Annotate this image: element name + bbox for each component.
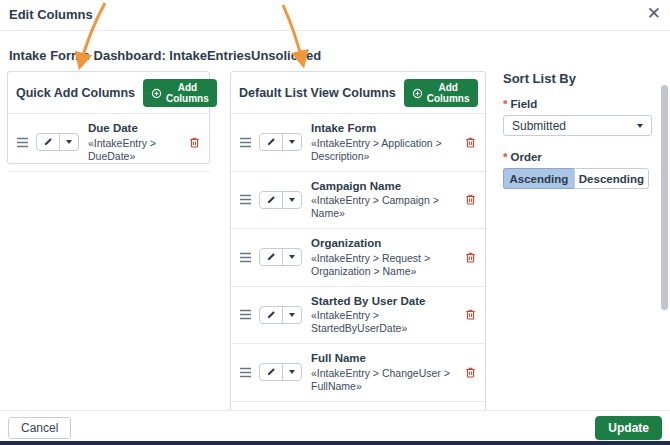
- delete-column-icon[interactable]: [464, 366, 477, 379]
- column-row: Organization «IntakeEntry > Request > Or…: [231, 229, 485, 287]
- edit-dropdown-caret-icon[interactable]: [282, 249, 301, 265]
- column-path: «IntakeEntry > Campaign > Name»: [311, 194, 460, 220]
- column-label: Due Date: [88, 122, 184, 136]
- column-label: Organization: [311, 237, 460, 251]
- drag-handle-icon[interactable]: [16, 137, 29, 148]
- delete-column-icon[interactable]: [188, 136, 201, 149]
- column-row: Due Date «IntakeEntry > DueDate»: [8, 114, 209, 172]
- edit-pencil-icon[interactable]: [260, 307, 282, 323]
- column-info: Organization «IntakeEntry > Request > Or…: [302, 237, 464, 278]
- delete-column-icon[interactable]: [464, 193, 477, 206]
- edit-button-group[interactable]: [36, 133, 79, 151]
- order-descending-button[interactable]: Descending: [574, 168, 649, 189]
- drag-handle-icon[interactable]: [239, 194, 252, 205]
- edit-dropdown-caret-icon[interactable]: [282, 364, 301, 380]
- page-edge-strip: [0, 441, 670, 445]
- column-label: Campaign Name: [311, 180, 460, 194]
- column-info: Campaign Name «IntakeEntry > Campaign > …: [302, 180, 464, 221]
- sort-field-select[interactable]: Submitted: [503, 115, 652, 136]
- quick-add-columns-button[interactable]: Add Columns: [143, 79, 217, 107]
- plus-circle-icon: [412, 88, 423, 99]
- edit-dropdown-caret-icon[interactable]: [282, 134, 301, 150]
- drag-handle-icon[interactable]: [239, 137, 252, 148]
- required-marker: *: [503, 98, 507, 110]
- column-info: Due Date «IntakeEntry > DueDate»: [79, 122, 188, 163]
- edit-button-group[interactable]: [259, 191, 302, 209]
- close-icon[interactable]: ✕: [647, 4, 661, 24]
- edit-pencil-icon[interactable]: [37, 134, 59, 150]
- sort-field-value: Submitted: [512, 119, 566, 133]
- plus-circle-icon: [151, 88, 162, 99]
- default-add-columns-button[interactable]: Add Columns: [404, 79, 478, 107]
- column-path: «IntakeEntry > Application > Description…: [311, 137, 460, 163]
- order-ascending-button[interactable]: Ascending: [503, 168, 574, 189]
- column-row: Campaign Name «IntakeEntry > Campaign > …: [231, 172, 485, 230]
- edit-dropdown-caret-icon[interactable]: [282, 307, 301, 323]
- dialog-title: Edit Columns: [9, 7, 93, 22]
- column-row: Started By User Date «IntakeEntry > Star…: [231, 287, 485, 345]
- default-list-panel-title: Default List View Columns: [239, 86, 396, 100]
- quick-add-button-label: Add Columns: [166, 82, 209, 104]
- column-row: Full Name «IntakeEntry > ChangeUser > Fu…: [231, 344, 485, 402]
- edit-pencil-icon[interactable]: [260, 192, 282, 208]
- edit-dropdown-caret-icon[interactable]: [282, 192, 301, 208]
- edit-pencil-icon[interactable]: [260, 249, 282, 265]
- drag-handle-icon[interactable]: [239, 309, 252, 320]
- delete-column-icon[interactable]: [464, 308, 477, 321]
- edit-button-group[interactable]: [259, 306, 302, 324]
- edit-pencil-icon[interactable]: [260, 134, 282, 150]
- dialog-body: Intake Forms Dashboard: IntakeEntriesUns…: [0, 31, 670, 410]
- edit-button-group[interactable]: [259, 363, 302, 381]
- default-list-view-columns-panel: Default List View Columns Add Columns In…: [230, 71, 486, 410]
- column-row: Username/Email «IntakeEntry > ChangeUser…: [231, 402, 485, 411]
- column-path: «IntakeEntry > ChangeUser > FullName»: [311, 367, 460, 393]
- delete-column-icon[interactable]: [464, 251, 477, 264]
- edit-button-group[interactable]: [259, 248, 302, 266]
- delete-column-icon[interactable]: [464, 136, 477, 149]
- column-label: Intake Form: [311, 122, 460, 136]
- quick-add-columns-panel: Quick Add Columns Add Columns: [7, 71, 210, 164]
- column-row: Intake Form «IntakeEntry > Application >…: [231, 114, 485, 172]
- sort-section-title: Sort List By: [503, 71, 653, 86]
- column-info: Full Name «IntakeEntry > ChangeUser > Fu…: [302, 352, 464, 393]
- sort-order-toggle: Ascending Descending: [503, 168, 649, 189]
- sort-list-by-section: Sort List By *Field Submitted *Order Asc…: [503, 71, 653, 189]
- dialog-footer: Cancel Update: [0, 410, 670, 441]
- default-add-button-label: Add Columns: [427, 82, 470, 104]
- column-label: Full Name: [311, 352, 460, 366]
- column-info: Started By User Date «IntakeEntry > Star…: [302, 295, 464, 336]
- field-label: *Field: [503, 98, 653, 110]
- column-path: «IntakeEntry > StartedByUserDate»: [311, 309, 460, 335]
- column-label: Started By User Date: [311, 295, 460, 309]
- edit-columns-dialog: Edit Columns ✕ Intake Forms Dashboard: I…: [0, 0, 670, 445]
- order-label: *Order: [503, 151, 653, 163]
- edit-button-group[interactable]: [259, 133, 302, 151]
- dashboard-subtitle: Intake Forms Dashboard: IntakeEntriesUns…: [9, 48, 321, 63]
- select-caret-icon: [637, 124, 643, 128]
- required-marker: *: [503, 151, 507, 163]
- dialog-header: Edit Columns ✕: [0, 0, 670, 31]
- edit-pencil-icon[interactable]: [260, 364, 282, 380]
- cancel-button[interactable]: Cancel: [8, 417, 71, 439]
- quick-add-panel-header: Quick Add Columns Add Columns: [8, 72, 209, 114]
- edit-dropdown-caret-icon[interactable]: [59, 134, 78, 150]
- scrollbar-thumb[interactable]: [661, 85, 668, 310]
- column-info: Intake Form «IntakeEntry > Application >…: [302, 122, 464, 163]
- column-path: «IntakeEntry > DueDate»: [88, 137, 184, 163]
- default-list-panel-header: Default List View Columns Add Columns: [231, 72, 485, 114]
- drag-handle-icon[interactable]: [239, 252, 252, 263]
- update-button[interactable]: Update: [595, 416, 662, 440]
- drag-handle-icon[interactable]: [239, 367, 252, 378]
- quick-add-panel-title: Quick Add Columns: [16, 86, 135, 100]
- column-path: «IntakeEntry > Request > Organization > …: [311, 252, 460, 278]
